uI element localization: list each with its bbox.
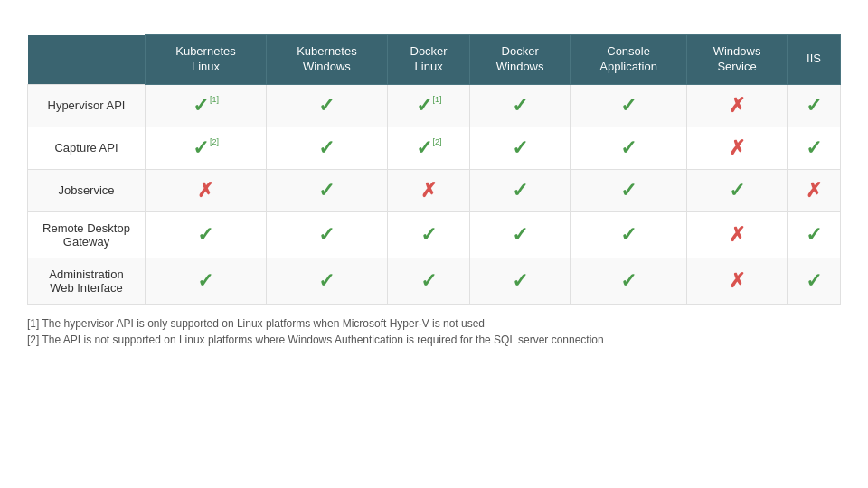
cell-4-5: ✗ (687, 258, 788, 304)
cell-2-5: ✓ (687, 169, 788, 211)
cell-4-2: ✓ (387, 258, 469, 304)
cell-1-6: ✓ (787, 127, 840, 169)
check-icon: ✓ (620, 223, 637, 246)
cell-0-0: ✓[1] (146, 84, 267, 127)
cell-1-2: ✓[2] (387, 127, 469, 169)
check-icon: ✓ (620, 179, 637, 202)
check-icon: ✓ (318, 269, 335, 292)
column-header-docker-windows: DockerWindows (470, 35, 571, 85)
cell-2-1: ✓ (266, 169, 387, 211)
cell-3-0: ✓ (146, 211, 267, 258)
check-icon: ✓ (420, 223, 437, 246)
cell-2-2: ✗ (387, 169, 469, 211)
cell-3-6: ✓ (787, 211, 840, 258)
table-row: Jobservice✗✓✗✓✓✓✗ (28, 169, 841, 211)
row-label-2: Jobservice (28, 169, 146, 211)
footnote-2: [2] The API is not supported on Linux pl… (27, 333, 841, 346)
cell-0-3: ✓ (470, 84, 571, 127)
cell-0-1: ✓ (266, 84, 387, 127)
check-icon: ✓ (806, 269, 822, 292)
cross-icon: ✗ (729, 94, 745, 117)
check-icon: ✓ (620, 269, 637, 292)
row-label-3: Remote DesktopGateway (28, 211, 146, 258)
cell-0-5: ✗ (687, 84, 788, 127)
cross-icon: ✗ (729, 269, 745, 292)
check-note-2-icon: ✓[2] (416, 138, 442, 158)
check-icon: ✓ (197, 223, 213, 246)
column-header-row-label (28, 35, 146, 85)
check-icon: ✓ (512, 179, 528, 202)
check-icon: ✓ (318, 179, 335, 202)
check-icon: ✓ (318, 136, 335, 159)
table-row: Remote DesktopGateway✓✓✓✓✓✗✓ (28, 211, 841, 258)
footnote-1: [1] The hypervisor API is only supported… (27, 317, 841, 330)
check-icon: ✓ (729, 179, 745, 202)
column-header-docker-linux: DockerLinux (387, 35, 469, 85)
table-row: Capture API✓[2]✓✓[2]✓✓✗✓ (28, 127, 841, 169)
cell-3-4: ✓ (571, 211, 687, 258)
cell-1-1: ✓ (266, 127, 387, 169)
check-icon: ✓ (318, 223, 335, 246)
cell-0-2: ✓[1] (387, 84, 469, 127)
cross-icon: ✗ (729, 136, 745, 159)
cross-icon: ✗ (420, 179, 437, 202)
check-icon: ✓ (512, 136, 528, 159)
check-icon: ✓ (512, 269, 528, 292)
check-icon: ✓ (318, 94, 335, 117)
cell-0-6: ✓ (787, 84, 840, 127)
suitability-matrix: KubernetesLinuxKubernetesWindowsDockerLi… (27, 34, 841, 305)
cell-1-4: ✓ (571, 127, 687, 169)
check-icon: ✓ (197, 269, 213, 292)
check-icon: ✓ (806, 136, 822, 159)
cell-4-4: ✓ (571, 258, 687, 304)
row-label-1: Capture API (28, 127, 146, 169)
check-icon: ✓ (512, 223, 528, 246)
cell-4-1: ✓ (266, 258, 387, 304)
column-header-iis: IIS (787, 35, 840, 85)
table-row: Hypervisor API✓[1]✓✓[1]✓✓✗✓ (28, 84, 841, 127)
cell-1-5: ✗ (687, 127, 788, 169)
column-header-console-app: ConsoleApplication (571, 35, 687, 85)
check-icon: ✓ (806, 223, 822, 246)
cell-2-4: ✓ (571, 169, 687, 211)
cell-3-1: ✓ (266, 211, 387, 258)
cross-icon: ✗ (806, 179, 822, 202)
check-icon: ✓ (420, 269, 437, 292)
column-header-kube-windows: KubernetesWindows (266, 35, 387, 85)
cell-4-0: ✓ (146, 258, 267, 304)
check-icon: ✓ (806, 94, 822, 117)
cell-2-6: ✗ (787, 169, 840, 211)
row-label-4: AdministrationWeb Interface (28, 258, 146, 304)
column-header-windows-service: WindowsService (687, 35, 788, 85)
cell-1-3: ✓ (470, 127, 571, 169)
cell-2-0: ✗ (146, 169, 267, 211)
cell-4-6: ✓ (787, 258, 840, 304)
table-row: AdministrationWeb Interface✓✓✓✓✓✗✓ (28, 258, 841, 304)
cell-4-3: ✓ (470, 258, 571, 304)
check-note-1-icon: ✓[1] (416, 96, 442, 116)
cell-3-2: ✓ (387, 211, 469, 258)
cross-icon: ✗ (197, 179, 213, 202)
cell-3-5: ✗ (687, 211, 788, 258)
cell-1-0: ✓[2] (146, 127, 267, 169)
check-icon: ✓ (512, 94, 528, 117)
cross-icon: ✗ (729, 223, 745, 246)
cell-2-3: ✓ (470, 169, 571, 211)
check-icon: ✓ (620, 94, 637, 117)
check-icon: ✓ (620, 136, 637, 159)
row-label-0: Hypervisor API (28, 84, 146, 127)
footnotes: [1] The hypervisor API is only supported… (27, 317, 841, 346)
cell-0-4: ✓ (571, 84, 687, 127)
check-note-1-icon: ✓[1] (193, 96, 219, 116)
column-header-kube-linux: KubernetesLinux (146, 35, 267, 85)
cell-3-3: ✓ (470, 211, 571, 258)
check-note-2-icon: ✓[2] (193, 138, 219, 158)
